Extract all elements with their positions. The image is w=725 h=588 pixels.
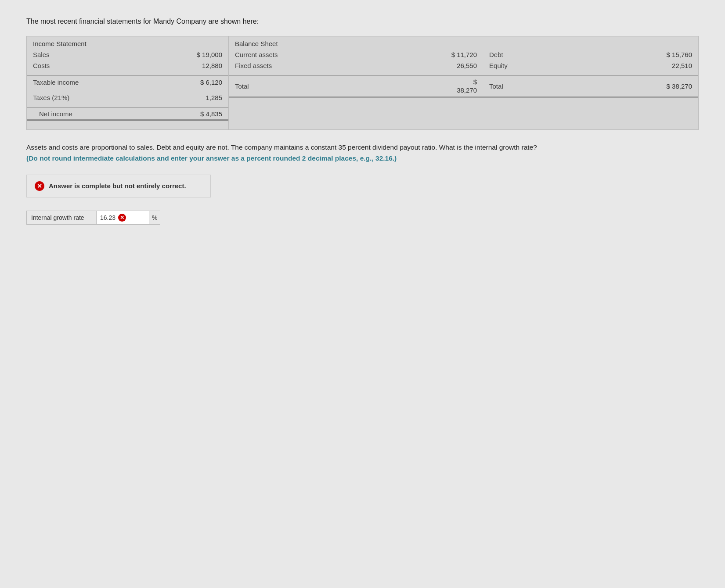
spacer2 bbox=[27, 88, 228, 92]
current-assets-label: Current assets bbox=[229, 49, 385, 60]
page-container: The most recent financial statements for… bbox=[26, 18, 699, 225]
financial-tables: Income Statement Sales $ 19,000 Costs 12… bbox=[26, 36, 699, 130]
costs-label: Costs bbox=[27, 60, 149, 71]
answer-feedback-text: Answer is complete but not entirely corr… bbox=[49, 182, 186, 190]
sales-label: Sales bbox=[27, 49, 149, 60]
net-income-label: Net income bbox=[27, 108, 149, 120]
balance-sheet-header: Balance Sheet bbox=[229, 36, 698, 49]
debt-value: $ 15,760 bbox=[591, 49, 698, 60]
spacer1 bbox=[27, 71, 228, 75]
equity-value: 22,510 bbox=[591, 60, 698, 71]
fixed-assets-row: Fixed assets 26,550 Equity 22,510 bbox=[229, 60, 698, 71]
taxes-value: 1,285 bbox=[149, 92, 228, 103]
net-income-value: $ 4,835 bbox=[149, 108, 228, 120]
income-statement-section: Income Statement Sales $ 19,000 Costs 12… bbox=[27, 36, 229, 129]
sales-value: $ 19,000 bbox=[149, 49, 228, 60]
answer-feedback-box: ✕ Answer is complete but not entirely co… bbox=[26, 175, 211, 197]
spacer4 bbox=[27, 125, 228, 129]
taxable-income-row: Taxable income $ 6,120 bbox=[27, 75, 228, 88]
input-value: 16.23 bbox=[100, 214, 115, 221]
percent-label: % bbox=[149, 211, 160, 225]
input-value-box[interactable]: 16.23 ✕ bbox=[97, 211, 149, 225]
spacer3 bbox=[27, 103, 228, 108]
net-income-double-line bbox=[27, 120, 228, 125]
taxable-income-label: Taxable income bbox=[27, 75, 149, 88]
bs-total-row: Total $ 38,270 Total $ 38,270 bbox=[229, 75, 698, 97]
fixed-assets-value: 26,550 bbox=[385, 60, 483, 71]
total-label-right: Total bbox=[483, 75, 591, 97]
bs-spacer bbox=[229, 71, 698, 75]
net-income-row: Net income $ 4,835 bbox=[27, 108, 228, 120]
equity-label: Equity bbox=[483, 60, 591, 71]
fixed-assets-label: Fixed assets bbox=[229, 60, 385, 71]
balance-sheet-section: Balance Sheet Current assets $ 11,720 De… bbox=[229, 36, 698, 129]
description-bold: (Do not round intermediate calculations … bbox=[26, 154, 397, 162]
total-liabilities-value: $ 38,270 bbox=[591, 75, 698, 97]
costs-row: Costs 12,880 bbox=[27, 60, 228, 71]
total-assets-number: 38,270 bbox=[457, 86, 477, 94]
costs-value: 12,880 bbox=[149, 60, 228, 71]
sales-row: Sales $ 19,000 bbox=[27, 49, 228, 60]
total-dollar-sign: $ bbox=[473, 78, 477, 86]
answer-incorrect-message: ✕ Answer is complete but not entirely co… bbox=[35, 181, 202, 191]
bs-spacer2 bbox=[229, 102, 698, 107]
bs-double-line bbox=[229, 97, 698, 102]
taxes-label: Taxes (21%) bbox=[27, 92, 149, 103]
current-assets-value: $ 11,720 bbox=[385, 49, 483, 60]
error-icon-small: ✕ bbox=[118, 214, 126, 222]
debt-label: Debt bbox=[483, 49, 591, 60]
input-row: Internal growth rate 16.23 ✕ % bbox=[26, 211, 699, 225]
taxes-row: Taxes (21%) 1,285 bbox=[27, 92, 228, 103]
taxable-income-value: $ 6,120 bbox=[149, 75, 228, 88]
total-label-left: Total bbox=[229, 75, 385, 97]
error-icon-large: ✕ bbox=[35, 181, 44, 191]
total-assets-combined: $ 38,270 bbox=[385, 75, 483, 97]
current-assets-row: Current assets $ 11,720 Debt $ 15,760 bbox=[229, 49, 698, 60]
input-label: Internal growth rate bbox=[26, 211, 97, 225]
intro-text: The most recent financial statements for… bbox=[26, 18, 699, 25]
description-normal: Assets and costs are proportional to sal… bbox=[26, 143, 537, 151]
income-statement-header: Income Statement bbox=[27, 36, 228, 49]
description-paragraph: Assets and costs are proportional to sal… bbox=[26, 142, 699, 164]
